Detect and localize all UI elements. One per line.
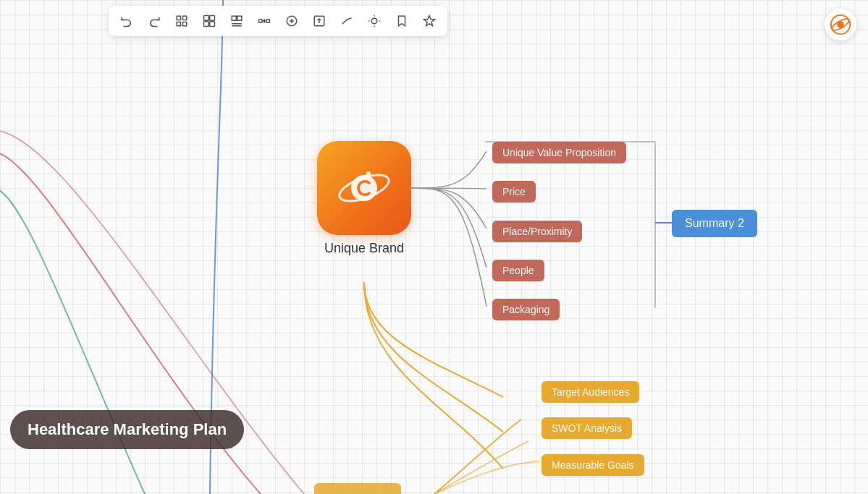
svg-rect-7 bbox=[204, 22, 209, 27]
export-button[interactable] bbox=[308, 10, 330, 32]
summary-node[interactable]: Summary 2 bbox=[672, 210, 757, 237]
brand-node[interactable]: Unique Brand bbox=[317, 141, 411, 256]
arrange-button[interactable] bbox=[226, 10, 248, 32]
svg-rect-14 bbox=[266, 20, 270, 23]
redo-button[interactable] bbox=[143, 10, 165, 32]
svg-rect-2 bbox=[183, 16, 187, 20]
insert-button[interactable] bbox=[281, 10, 303, 32]
svg-rect-3 bbox=[177, 22, 180, 26]
svg-rect-10 bbox=[237, 16, 242, 20]
node-people[interactable]: People bbox=[492, 260, 544, 281]
svg-rect-1 bbox=[177, 16, 180, 20]
ai-button[interactable] bbox=[418, 10, 440, 32]
toolbar bbox=[109, 6, 447, 36]
node-price[interactable]: Price bbox=[492, 181, 536, 203]
brand-icon bbox=[317, 141, 411, 235]
node-place[interactable]: Place/Proximity bbox=[492, 221, 582, 242]
node-measurable-goals[interactable]: Measurable Goals bbox=[542, 454, 644, 476]
svg-point-32 bbox=[351, 175, 377, 201]
svg-point-34 bbox=[366, 171, 371, 176]
ungroup-button[interactable] bbox=[198, 10, 220, 32]
highlight-button[interactable] bbox=[363, 10, 385, 32]
svg-rect-9 bbox=[232, 16, 236, 20]
curve-button[interactable] bbox=[336, 10, 358, 32]
node-unique-value[interactable]: Unique Value Proposition bbox=[492, 142, 626, 163]
svg-rect-13 bbox=[259, 20, 263, 23]
connect-button[interactable] bbox=[253, 10, 275, 32]
node-packaging[interactable]: Packaging bbox=[492, 299, 560, 320]
svg-rect-6 bbox=[210, 16, 215, 21]
main-node[interactable]: Healthcare Marketing Plan bbox=[10, 410, 244, 449]
svg-point-20 bbox=[371, 18, 377, 24]
group-button[interactable] bbox=[171, 10, 193, 32]
svg-marker-25 bbox=[424, 16, 435, 26]
logo-area bbox=[825, 9, 856, 41]
brand-label: Unique Brand bbox=[324, 241, 404, 256]
bookmark-button[interactable] bbox=[391, 10, 413, 32]
node-swot-analysis[interactable]: SWOT Analysis bbox=[542, 417, 632, 439]
svg-rect-8 bbox=[210, 22, 215, 27]
svg-rect-5 bbox=[204, 16, 209, 21]
undo-button[interactable] bbox=[116, 10, 138, 32]
app-logo bbox=[825, 9, 856, 41]
svg-point-28 bbox=[837, 21, 844, 28]
svg-rect-4 bbox=[183, 22, 187, 26]
node-target-audiences[interactable]: Target Audiences bbox=[542, 381, 639, 403]
